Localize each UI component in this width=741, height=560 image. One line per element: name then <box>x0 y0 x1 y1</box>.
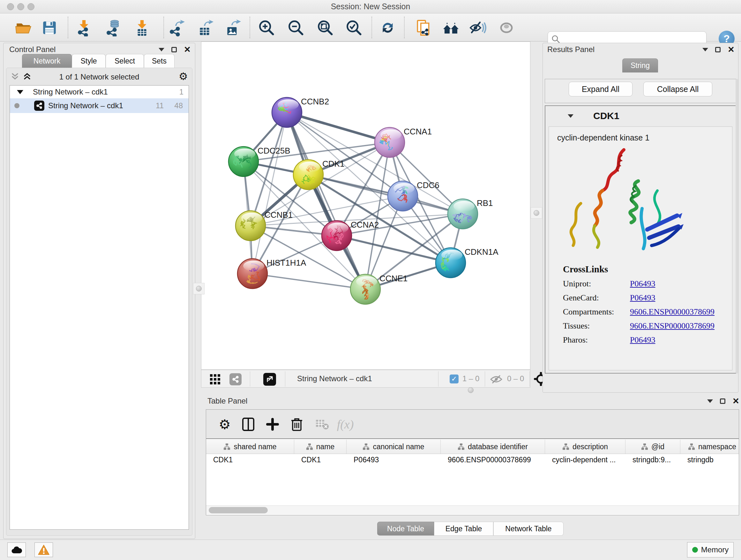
network-node-CDKN1A[interactable]: CDKN1A <box>435 247 498 278</box>
column-header-name[interactable]: name <box>294 440 347 454</box>
table-cell[interactable]: stringdb <box>680 454 739 466</box>
node-label-CCNE1: CCNE1 <box>380 273 408 283</box>
scrollbar-thumb[interactable] <box>209 507 268 513</box>
tab-network[interactable]: Network <box>22 54 72 68</box>
network-options-gear-icon[interactable]: ⚙ <box>179 71 188 81</box>
network-node-RB1[interactable]: RB1 <box>448 198 493 229</box>
column-header-description[interactable]: description <box>545 440 625 454</box>
zoom-out-button[interactable] <box>286 18 306 38</box>
table-cell[interactable]: CDK1 <box>294 454 347 466</box>
tab-edge-table[interactable]: Edge Table <box>434 522 493 536</box>
network-canvas[interactable]: CCNB2CCNA1CDC25BCDK1CDC6RB1CCNB1CCNA2CDK… <box>201 42 530 370</box>
crosslink-link[interactable]: 9606.ENSP00000378699 <box>630 307 715 317</box>
grid-view-icon[interactable] <box>210 374 220 385</box>
column-header-shared-name[interactable]: shared name <box>206 440 294 454</box>
crosslink-link[interactable]: P06493 <box>630 279 655 289</box>
show-columns-icon[interactable] <box>239 415 257 433</box>
tab-node-table[interactable]: Node Table <box>377 522 434 536</box>
zoom-in-button[interactable] <box>257 18 276 38</box>
right-splitter-handle[interactable] <box>531 207 542 219</box>
table-cell[interactable]: P06493 <box>347 454 441 466</box>
column-header--id[interactable]: @id <box>625 440 680 454</box>
float-panel-icon[interactable] <box>172 47 177 52</box>
import-network-database-button[interactable] <box>104 18 123 38</box>
collapse-all-button[interactable]: Collapse All <box>643 82 712 97</box>
add-column-icon[interactable] <box>264 415 281 433</box>
tab-network-table[interactable]: Network Table <box>493 522 563 536</box>
export-network-button[interactable] <box>166 18 186 38</box>
crosslink-link[interactable]: P06493 <box>630 335 655 345</box>
crosslink-link[interactable]: P06493 <box>630 293 655 303</box>
network-collection-row[interactable]: String Network – cdk1 1 <box>10 85 189 98</box>
refresh-button[interactable] <box>378 18 398 38</box>
network-node-CDC25B[interactable]: CDC25B <box>228 146 290 177</box>
network-edge-CCNB2-CCNA1[interactable] <box>287 112 390 142</box>
table-panel-title: Table Panel <box>207 396 247 406</box>
home-button[interactable] <box>441 18 461 38</box>
memory-button[interactable]: Memory <box>687 542 734 557</box>
close-panel-icon[interactable]: ✕ <box>728 47 735 52</box>
table-cell[interactable]: cyclin-dependent ... <box>545 454 625 466</box>
import-table-file-button[interactable] <box>132 18 152 38</box>
column-header-canonical-name[interactable]: canonical name <box>347 440 441 454</box>
panel-menu-icon[interactable] <box>158 48 164 51</box>
open-session-button[interactable] <box>13 18 33 38</box>
zoom-selected-button[interactable] <box>344 18 364 38</box>
string-view-icon[interactable] <box>229 373 242 385</box>
column-type-icon <box>306 443 313 450</box>
open-in-window-icon[interactable] <box>263 373 276 386</box>
left-splitter-handle[interactable] <box>193 283 205 294</box>
network-node-CCNA1[interactable]: CCNA1 <box>375 127 432 158</box>
table-cell[interactable]: CDK1 <box>206 454 294 466</box>
save-session-button[interactable] <box>40 18 59 38</box>
float-panel-icon[interactable] <box>715 47 721 52</box>
zoom-fit-button[interactable] <box>315 18 335 38</box>
crosslink-link[interactable]: 9606.ENSP00000378699 <box>630 321 715 331</box>
collection-expander-icon[interactable] <box>17 90 23 94</box>
panel-menu-icon[interactable] <box>707 399 713 403</box>
network-edge-CCNB2-HIST1H1A[interactable] <box>253 112 287 273</box>
delete-column-trash-icon[interactable] <box>288 415 306 433</box>
table-settings-gear-icon[interactable]: ⚙ <box>216 415 233 433</box>
network-node-CCNA2[interactable]: CCNA2 <box>322 220 379 251</box>
selected-checkbox-icon[interactable]: ✓ <box>450 374 459 383</box>
export-image-button[interactable] <box>223 18 243 38</box>
column-header-database-identifier[interactable]: database identifier <box>441 440 545 454</box>
column-header-namespace[interactable]: namespace <box>680 440 739 454</box>
node-table[interactable]: shared name name canonical name database… <box>206 440 739 507</box>
tab-style[interactable]: Style <box>72 54 106 68</box>
results-scrollbar[interactable] <box>736 79 738 374</box>
collapse-section-icon[interactable] <box>568 114 574 118</box>
node-table-container: ⚙ <box>206 409 739 515</box>
gene-card-content: cyclin-dependent kinase 1 <box>549 126 732 370</box>
network-edge-HIST1H1A-CCNE1[interactable] <box>253 273 365 289</box>
export-table-button[interactable] <box>195 18 215 38</box>
tab-select[interactable]: Select <box>106 54 144 68</box>
float-panel-icon[interactable] <box>720 398 725 404</box>
table-cell[interactable]: stringdb:9... <box>625 454 680 466</box>
warnings-button[interactable] <box>35 543 53 557</box>
expand-all-button[interactable]: Expand All <box>569 82 632 97</box>
table-cell[interactable]: 9606.ENSP00000378699 <box>441 454 545 466</box>
column-type-icon <box>458 443 465 450</box>
import-network-file-button[interactable] <box>74 18 94 38</box>
network-edge-CDK1-RB1[interactable] <box>308 175 463 214</box>
column-type-icon <box>562 443 569 450</box>
network-node-HIST1H1A[interactable]: HIST1H1A <box>238 258 307 289</box>
close-panel-icon[interactable]: ✕ <box>184 47 191 52</box>
table-horizontal-scrollbar[interactable] <box>206 505 739 514</box>
cloud-status-button[interactable] <box>7 543 26 557</box>
tab-string[interactable]: String <box>622 58 658 72</box>
network-graph[interactable]: CCNB2CCNA1CDC25BCDK1CDC6RB1CCNB1CCNA2CDK… <box>201 42 530 369</box>
show-graphics-details-button[interactable] <box>496 18 516 38</box>
close-panel-icon[interactable]: ✕ <box>732 398 739 404</box>
panel-menu-icon[interactable] <box>702 48 708 51</box>
tab-sets[interactable]: Sets <box>144 54 175 68</box>
hide-unselected-button[interactable] <box>468 18 488 38</box>
table-row[interactable]: CDK1CDK1P064939606.ENSP00000378699cyclin… <box>206 454 739 466</box>
gene-card-header[interactable]: CDK1 <box>545 106 736 126</box>
collection-label: String Network – cdk1 <box>33 87 108 97</box>
duplicate-page-button[interactable] <box>414 18 433 38</box>
bottom-splitter-handle[interactable] <box>465 384 476 396</box>
network-row-selected[interactable]: String Network – cdk1 11 48 <box>10 98 189 113</box>
